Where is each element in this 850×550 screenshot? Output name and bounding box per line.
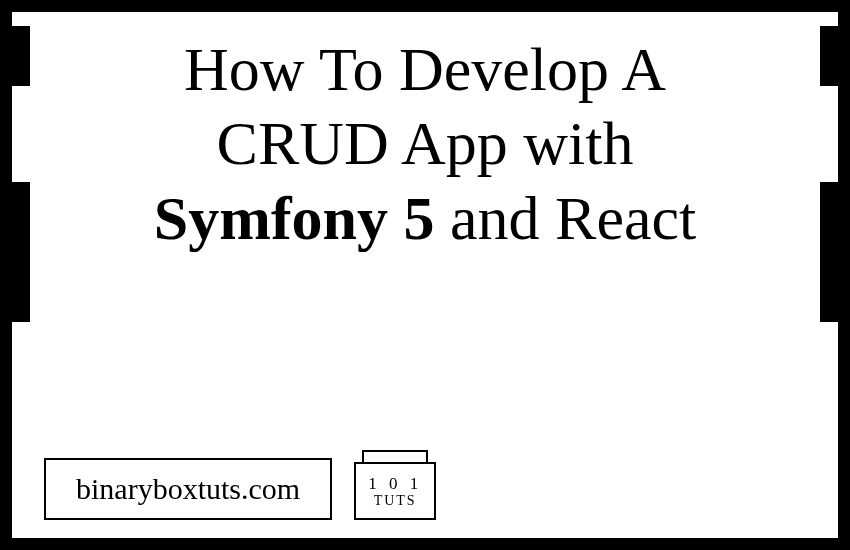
site-url-box: binaryboxtuts.com [44,458,332,520]
site-logo: 1 0 1 TUTS [354,450,436,520]
logo-text-101: 1 0 1 [368,475,422,492]
logo-text-tuts: TUTS [374,494,417,508]
accent-decoration [820,182,838,322]
card-inner: How To Develop A CRUD App with Symfony 5… [10,10,840,540]
footer: binaryboxtuts.com 1 0 1 TUTS [44,450,436,520]
title-line-3-rest: and React [435,184,697,252]
accent-decoration [12,26,30,86]
accent-decoration [12,182,30,322]
title-line-1: How To Develop A [184,35,666,103]
card-outer: How To Develop A CRUD App with Symfony 5… [0,0,850,550]
site-url: binaryboxtuts.com [76,472,300,505]
title-emphasis: Symfony 5 [154,184,435,252]
logo-lid [362,450,428,462]
title-line-2: CRUD App with [217,109,634,177]
article-title: How To Develop A CRUD App with Symfony 5… [72,32,778,255]
logo-body: 1 0 1 TUTS [354,462,436,520]
accent-decoration [820,26,838,86]
